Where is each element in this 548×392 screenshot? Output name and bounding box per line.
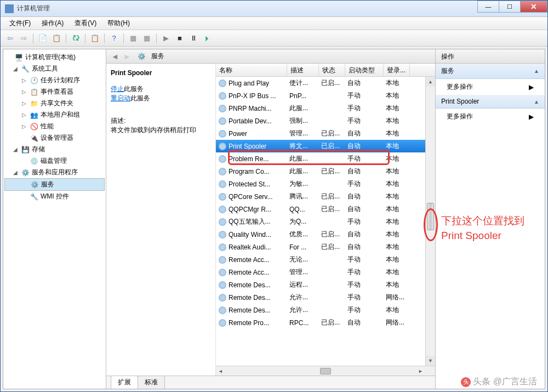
service-row[interactable]: Remote Pro...RPC...已启...自动网络... [216,316,435,329]
service-row[interactable]: Plug and Play使计...已启...自动本地 [216,77,435,89]
tree-services[interactable]: ⚙️服务 [4,178,105,191]
action-section-spooler[interactable]: Print Spooler▲ [436,95,545,109]
col-logon[interactable]: 登录... [384,64,410,76]
gear-icon [218,205,227,214]
service-row[interactable]: PNRP Machi...此服...手动本地 [216,102,435,115]
action-more-1[interactable]: 更多操作▶ [436,79,545,95]
stop-button[interactable]: ■ [174,32,186,44]
action-more-2[interactable]: 更多操作▶ [436,109,545,124]
service-row[interactable]: Remote Des...允许...手动本地 [216,304,435,316]
restart-button[interactable]: ⏵ [201,32,213,44]
toolbar: ⇦ ⇨ 📄 📋 🗘 📋 ? ▦ ▦ ▶ ■ ⏸ ⏵ [1,30,547,47]
forward-button[interactable]: ⇨ [18,32,30,44]
stop-service-link[interactable]: 停止 [111,85,124,93]
tab-standard[interactable]: 标准 [138,376,165,389]
gear-icon [218,129,227,138]
tree-wmi-control[interactable]: 🔧WMI 控件 [4,191,105,202]
service-row[interactable]: Protected St...为敏...手动本地 [216,178,435,190]
up-button[interactable]: 📄 [37,32,49,44]
menu-file[interactable]: 文件(F) [4,17,36,30]
gear-icon [218,306,227,315]
tree-disk-management[interactable]: 💿磁盘管理 [4,155,105,167]
service-row[interactable]: Program Co...此服...已启...自动本地 [216,165,435,178]
properties-button[interactable]: 📋 [50,32,62,44]
view-tabs: 扩展 标准 [106,376,435,389]
gear-icon: ⚙️ [137,52,146,61]
service-row[interactable]: Remote Acc...无论...手动本地 [216,253,435,266]
tree-system-tools[interactable]: ◢🔧系统工具 [4,63,105,75]
service-row[interactable]: Problem Re...此服...手动本地 [216,152,435,165]
tree-storage[interactable]: ◢💾存储 [4,144,105,155]
gear-icon [218,243,227,252]
gear-icon [218,230,227,239]
watermark: 头 头条 @广言生活 [461,376,537,388]
service-row[interactable]: Realtek Audi...For ...已启...自动本地 [216,241,435,253]
detail-service-name: Print Spooler [111,69,211,77]
vertical-scrollbar[interactable]: ▲ ▼ [425,77,435,366]
tree-local-users[interactable]: ▷👥本地用户和组 [4,109,105,121]
gear-icon [218,218,227,226]
center-header: ◄ ► ⚙️ 服务 [106,49,435,64]
service-row[interactable]: Print Spooler将文...已启...自动本地 [216,140,435,152]
hscroll-thumb[interactable] [320,368,331,374]
desc-text: 将文件加载到内存供稍后打印 [111,126,211,135]
col-status[interactable]: 状态 [319,64,345,76]
service-row[interactable]: QQPCMgr R...QQ...已启...自动本地 [216,203,435,215]
pause-button[interactable]: ⏸ [187,32,199,44]
scroll-up-button[interactable]: ▲ [426,77,435,87]
desc-label: 描述: [111,116,211,126]
service-row[interactable]: Remote Des...允许...手动网络... [216,291,435,304]
horizontal-scrollbar[interactable]: ◄ ► [216,366,435,376]
service-row[interactable]: Remote Acc...管理...手动本地 [216,266,435,279]
tree-event-viewer[interactable]: ▷📋事件查看器 [4,86,105,98]
service-row[interactable]: QQ五笔输入...为Q...手动本地 [216,215,435,228]
export-button[interactable]: 📋 [89,32,101,44]
menu-action[interactable]: 操作(A) [36,17,69,30]
tree-root[interactable]: 🖥️计算机管理(本地) [4,52,105,63]
tree-shared-folders[interactable]: ▷📁共享文件夹 [4,98,105,109]
gear-icon [218,142,227,151]
collapse-icon: ▲ [534,68,539,74]
service-row[interactable]: Quality Wind...优质...已启...自动本地 [216,228,435,241]
menu-view[interactable]: 查看(V) [69,17,102,30]
minimize-button[interactable]: — [477,1,499,13]
menu-help[interactable]: 帮助(H) [102,17,135,30]
scroll-thumb[interactable] [427,203,434,230]
watermark-icon: 头 [461,377,471,387]
restart-service-link[interactable]: 重启动 [111,94,130,102]
service-row[interactable]: QPCore Serv...腾讯...已启...自动本地 [216,190,435,203]
toggle-button-2[interactable]: ▦ [141,32,153,44]
tree-performance[interactable]: ▷🚫性能 [4,121,105,132]
col-startup[interactable]: 启动类型 [345,64,384,76]
tree-task-scheduler[interactable]: ▷🕐任务计划程序 [4,75,105,86]
col-desc[interactable]: 描述 [287,64,319,76]
gear-icon [218,104,227,113]
gear-icon [218,192,227,201]
nav-fwd-icon[interactable]: ► [123,52,132,61]
back-button[interactable]: ⇦ [4,32,16,44]
refresh-button[interactable]: 🗘 [70,32,82,44]
help-button[interactable]: ? [108,32,120,44]
action-section-services[interactable]: 服务▲ [436,64,545,79]
service-row[interactable]: Portable Dev...强制...手动本地 [216,115,435,127]
gear-icon [218,79,227,88]
maximize-button[interactable]: ☐ [499,1,521,13]
annotation-text: 下拉这个位置找到Print Spooler [441,214,545,243]
gear-icon [218,92,227,100]
close-button[interactable]: ✕ [520,1,547,13]
app-icon [5,4,14,13]
actions-header: 操作 [436,49,545,64]
play-button[interactable]: ▶ [160,32,172,44]
nav-back-icon[interactable]: ◄ [111,52,119,61]
center-title: 服务 [151,52,164,61]
scroll-down-button[interactable]: ▼ [426,356,435,366]
service-row[interactable]: PnP-X IP Bus ...PnP...手动本地 [216,89,435,102]
col-name[interactable]: 名称 [216,64,287,76]
toggle-button-1[interactable]: ▦ [127,32,139,44]
tab-extended[interactable]: 扩展 [111,376,138,389]
tree-device-manager[interactable]: 🔌设备管理器 [4,132,105,144]
gear-icon [218,255,227,264]
service-row[interactable]: Power管理...已启...自动本地 [216,127,435,140]
service-row[interactable]: Remote Des...远程...手动本地 [216,279,435,291]
tree-services-apps[interactable]: ◢⚙️服务和应用程序 [4,167,105,178]
